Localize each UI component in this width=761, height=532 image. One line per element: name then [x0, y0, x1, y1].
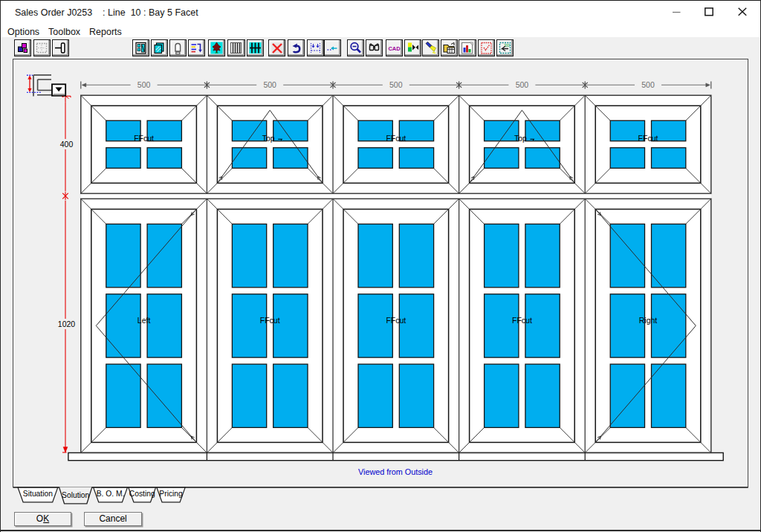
- svg-text:Pricing: Pricing: [159, 490, 183, 498]
- svg-text:FFcut: FFcut: [386, 316, 406, 325]
- svg-text:FFcut: FFcut: [386, 134, 406, 143]
- svg-text:500: 500: [389, 80, 403, 89]
- svg-text:500: 500: [263, 80, 276, 89]
- svg-text:FFcut: FFcut: [260, 316, 280, 325]
- svg-text:Left: Left: [137, 316, 151, 325]
- svg-text:500: 500: [137, 80, 151, 89]
- svg-text:FFcut: FFcut: [512, 316, 532, 325]
- svg-text:Situation: Situation: [23, 490, 53, 498]
- svg-text:Top: Top: [262, 134, 275, 143]
- svg-text:FFcut: FFcut: [638, 134, 658, 143]
- svg-text:Costing: Costing: [129, 490, 155, 498]
- svg-text:B. O. M.: B. O. M.: [97, 490, 125, 498]
- svg-text:Viewed from Outside: Viewed from Outside: [358, 467, 433, 476]
- svg-text:Top: Top: [514, 134, 527, 143]
- svg-text:500: 500: [641, 80, 655, 89]
- svg-text:Right: Right: [639, 316, 658, 325]
- svg-text:500: 500: [516, 80, 529, 89]
- svg-text:1020: 1020: [58, 319, 76, 328]
- svg-text:Solution: Solution: [62, 491, 89, 499]
- svg-text:400: 400: [60, 140, 74, 149]
- svg-text:FFcut: FFcut: [134, 134, 154, 143]
